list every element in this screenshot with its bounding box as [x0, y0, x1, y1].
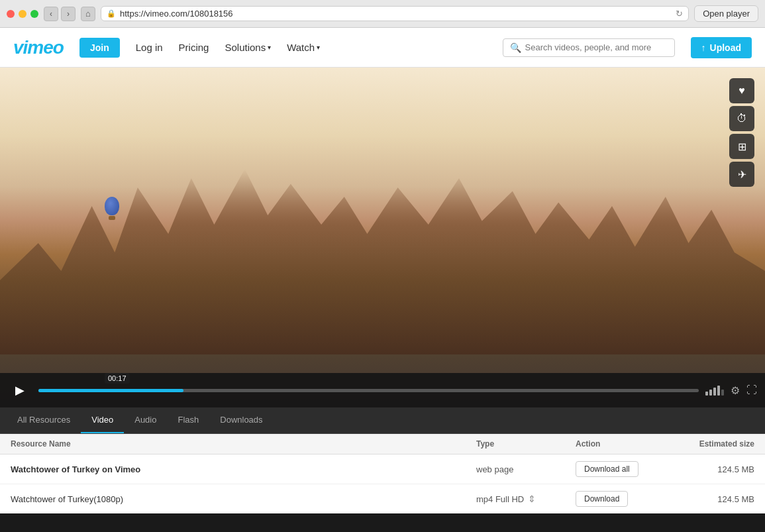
header-action: Action: [576, 439, 675, 449]
vimeo-logo: vimeo: [13, 37, 64, 58]
watch-nav[interactable]: Watch ▾: [287, 42, 320, 53]
upload-icon: ↑: [701, 42, 706, 53]
resource-type-1: web page: [476, 464, 576, 474]
volume-control[interactable]: [705, 386, 724, 396]
browser-chrome: ‹ › ⌂ 🔒 https://vimeo.com/108018156 ↻ Op…: [0, 0, 765, 28]
heart-icon: ♥: [739, 85, 745, 97]
tab-flash-label: Flash: [178, 415, 199, 425]
resource-action-1: Download all: [576, 461, 675, 477]
tab-audio[interactable]: Audio: [124, 407, 167, 433]
like-button[interactable]: ♥: [729, 78, 754, 103]
join-button[interactable]: Join: [79, 38, 120, 58]
search-bar[interactable]: 🔍: [503, 38, 675, 57]
solutions-nav[interactable]: Solutions ▾: [225, 42, 271, 53]
watch-chevron-icon: ▾: [317, 44, 320, 51]
url-text: https://vimeo.com/108018156: [120, 9, 672, 19]
resource-table: Resource Name Type Action Estimated size…: [0, 434, 765, 513]
settings-icon[interactable]: ⚙: [731, 384, 740, 397]
vol-bar-3: [713, 388, 716, 396]
quality-selector-icon[interactable]: ⇕: [528, 494, 536, 504]
share-button[interactable]: ✈: [729, 162, 754, 187]
header-size: Estimated size: [675, 439, 754, 449]
resource-type-2: mp4 Full HD ⇕: [476, 494, 576, 504]
table-header: Resource Name Type Action Estimated size: [0, 434, 765, 454]
solutions-chevron-icon: ▾: [268, 44, 271, 51]
clock-icon: ⏱: [737, 113, 747, 125]
browser-titlebar: ‹ › ⌂ 🔒 https://vimeo.com/108018156 ↻ Op…: [0, 0, 765, 27]
maximize-button[interactable]: [30, 10, 38, 18]
type-label: mp4 Full HD: [476, 494, 524, 504]
reload-icon[interactable]: ↻: [676, 9, 683, 19]
layers-icon: ⊞: [738, 140, 746, 153]
download-all-button[interactable]: Download all: [576, 461, 638, 477]
tab-video-label: Video: [91, 415, 113, 425]
open-player-button[interactable]: Open player: [694, 5, 758, 22]
home-button[interactable]: ⌂: [81, 7, 95, 21]
video-background: [0, 68, 765, 407]
tab-all-label: All Resources: [17, 415, 70, 425]
progress-area[interactable]: 00:17: [38, 389, 699, 392]
time-tooltip: 00:17: [105, 373, 130, 384]
upload-label: Upload: [710, 42, 741, 53]
vol-bar-4: [717, 386, 720, 396]
solutions-label: Solutions: [225, 42, 266, 53]
progress-fill: [38, 389, 183, 392]
hot-air-balloon: [103, 197, 121, 221]
header-name: Resource Name: [11, 439, 476, 449]
pricing-nav[interactable]: Pricing: [179, 42, 209, 53]
progress-bar[interactable]: [38, 389, 699, 392]
video-action-buttons: ♥ ⏱ ⊞ ✈: [729, 78, 754, 187]
tab-video[interactable]: Video: [81, 407, 124, 433]
balloon-basket: [109, 216, 115, 220]
play-button[interactable]: ▶: [8, 378, 32, 402]
upload-button[interactable]: ↑ Upload: [691, 37, 752, 58]
navigation-buttons: ‹ ›: [44, 7, 76, 21]
send-icon: ✈: [738, 168, 746, 181]
close-button[interactable]: [7, 10, 15, 18]
minimize-button[interactable]: [19, 10, 26, 18]
resource-size-2: 124.5 MB: [675, 494, 754, 504]
header-type: Type: [476, 439, 576, 449]
lock-icon: 🔒: [107, 9, 116, 18]
vol-bar-2: [709, 390, 712, 396]
table-row: Watchtower of Turkey on Vimeo web page D…: [0, 454, 765, 484]
url-bar[interactable]: 🔒 https://vimeo.com/108018156 ↻: [101, 6, 689, 21]
balloon-body: [105, 197, 119, 215]
fullscreen-icon[interactable]: ⛶: [746, 384, 757, 396]
search-icon: 🔍: [510, 42, 521, 53]
vol-bar-1: [705, 392, 708, 396]
vol-bar-5: [721, 390, 724, 396]
back-button[interactable]: ‹: [44, 7, 58, 21]
watch-later-button[interactable]: ⏱: [729, 106, 754, 131]
pricing-label: Pricing: [179, 42, 209, 53]
tab-downloads-label: Downloads: [220, 415, 262, 425]
download-button[interactable]: Download: [576, 491, 628, 507]
traffic-lights: [7, 10, 38, 18]
tab-flash[interactable]: Flash: [167, 407, 209, 433]
resource-name-2: Watchtower of Turkey(1080p): [11, 494, 476, 504]
watch-label: Watch: [287, 42, 315, 53]
video-controls: ▶ 00:17 ⚙ ⛶: [0, 373, 765, 407]
login-link[interactable]: Log in: [136, 42, 163, 53]
vimeo-navbar: vimeo Join Log in Pricing Solutions ▾ Wa…: [0, 28, 765, 68]
resource-size-1: 124.5 MB: [675, 464, 754, 474]
table-row: Watchtower of Turkey(1080p) mp4 Full HD …: [0, 484, 765, 513]
collections-button[interactable]: ⊞: [729, 134, 754, 159]
resource-tabs: All Resources Video Audio Flash Download…: [0, 407, 765, 434]
tab-audio-label: Audio: [134, 415, 156, 425]
resource-action-2: Download: [576, 491, 675, 507]
video-player[interactable]: ♥ ⏱ ⊞ ✈ ▶ 00:17 ⚙ ⛶: [0, 68, 765, 407]
forward-button[interactable]: ›: [61, 7, 76, 21]
tab-all-resources[interactable]: All Resources: [7, 407, 81, 433]
resource-name-1: Watchtower of Turkey on Vimeo: [11, 464, 476, 474]
tab-downloads[interactable]: Downloads: [209, 407, 273, 433]
search-input[interactable]: [525, 42, 668, 52]
